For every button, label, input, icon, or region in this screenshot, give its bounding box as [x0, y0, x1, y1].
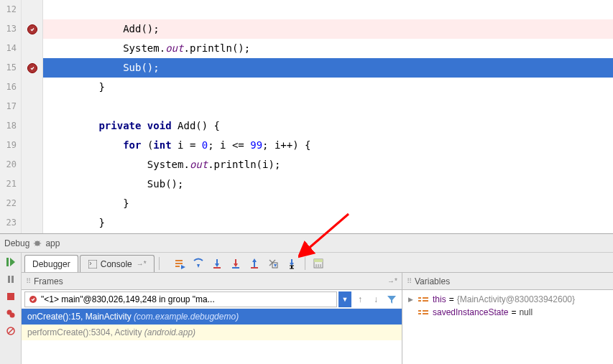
frame-up-button[interactable]: ↑: [353, 291, 367, 307]
svg-rect-9: [11, 276, 14, 283]
breakpoint-slot[interactable]: [22, 39, 42, 58]
code-line[interactable]: Add();: [43, 19, 613, 39]
force-step-into-button[interactable]: [227, 256, 244, 271]
code-line[interactable]: for (int i = 0; i <= 99; i++) {: [43, 136, 613, 155]
svg-rect-51: [423, 313, 428, 314]
svg-rect-44: [418, 297, 421, 299]
pause-button[interactable]: [3, 271, 19, 287]
thread-selector-row: "<1> main"@830,026,149,248 in group "ma.…: [22, 290, 402, 309]
code-line[interactable]: }: [43, 194, 613, 213]
line-number: 19: [0, 136, 17, 155]
line-number: 13: [0, 19, 17, 39]
debug-label: Debug: [4, 238, 29, 248]
code-line[interactable]: }: [43, 213, 613, 233]
line-number: 20: [0, 155, 17, 174]
console-icon: [88, 259, 98, 269]
breakpoint-slot[interactable]: [22, 155, 42, 174]
svg-point-12: [9, 313, 14, 318]
pin-icon[interactable]: →*: [387, 277, 397, 285]
thread-icon: [28, 294, 38, 304]
variable-icon: [418, 308, 430, 317]
svg-line-14: [8, 328, 14, 334]
variable-row[interactable]: savedInstanceState = null: [405, 306, 610, 319]
pin-icon: →*: [137, 260, 147, 268]
code-line[interactable]: [43, 0, 613, 19]
svg-marker-19: [181, 265, 185, 269]
breakpoint-icon[interactable]: [27, 24, 37, 34]
line-number: 15: [0, 58, 17, 78]
mute-breakpoints-button[interactable]: [3, 323, 19, 339]
line-number: 17: [0, 97, 17, 116]
tab-debugger[interactable]: Debugger: [24, 255, 78, 272]
stack-frame[interactable]: onCreate():15, MainActivity (com.example…: [22, 309, 402, 325]
breakpoint-gutter[interactable]: [22, 0, 43, 233]
view-breakpoints-button[interactable]: [3, 306, 19, 322]
svg-rect-15: [88, 260, 97, 269]
code-line[interactable]: System.out.println(i);: [43, 155, 613, 174]
breakpoint-slot[interactable]: [22, 78, 42, 97]
resume-button[interactable]: [3, 254, 19, 270]
variables-list[interactable]: ▶this = {MainActivity@830033942600}saved…: [402, 290, 613, 364]
breakpoint-slot[interactable]: [22, 97, 42, 116]
step-out-button[interactable]: [246, 256, 263, 271]
breakpoint-slot[interactable]: [22, 136, 42, 155]
variable-icon: [418, 295, 430, 304]
code-line[interactable]: Sub();: [43, 58, 613, 78]
svg-rect-50: [423, 310, 428, 312]
svg-marker-28: [252, 258, 257, 262]
stack-frame[interactable]: performCreate():5304, Activity (android.…: [22, 325, 402, 340]
tab-console[interactable]: Console →*: [80, 255, 155, 272]
debug-panel: Debug app Debugger Console →*: [0, 233, 613, 364]
code-area[interactable]: Add(); System.out.println(); Sub(); } pr…: [43, 0, 613, 233]
breakpoint-slot[interactable]: [22, 213, 42, 233]
line-number: 14: [0, 39, 17, 58]
breakpoint-slot[interactable]: [22, 58, 42, 78]
line-number: 21: [0, 174, 17, 194]
show-execution-point-button[interactable]: [171, 256, 188, 271]
drop-frame-button[interactable]: [264, 256, 282, 271]
expand-icon[interactable]: ▶: [408, 296, 415, 303]
grip-icon[interactable]: ⠿: [26, 277, 29, 285]
variables-pane: ⠿ Variables ▶this = {MainActivity@830033…: [402, 273, 613, 364]
svg-marker-33: [290, 263, 294, 266]
filter-button[interactable]: [384, 291, 399, 307]
svg-rect-48: [418, 310, 421, 312]
svg-rect-17: [175, 263, 183, 264]
debug-tabs-row: Debugger Console →*: [22, 253, 613, 273]
breakpoint-icon[interactable]: [27, 63, 37, 73]
svg-rect-8: [8, 276, 10, 283]
stop-button[interactable]: [3, 289, 19, 304]
breakpoint-slot[interactable]: [22, 19, 42, 39]
thread-dropdown[interactable]: "<1> main"@830,026,149,248 in group "ma.…: [24, 291, 337, 307]
code-line[interactable]: System.out.println();: [43, 39, 613, 58]
variable-row[interactable]: ▶this = {MainActivity@830033942600}: [405, 293, 610, 306]
step-into-button[interactable]: [208, 256, 226, 271]
line-number-gutter: 121314151617181920212223: [0, 0, 22, 233]
debug-side-toolbar: [0, 253, 22, 364]
breakpoint-slot[interactable]: [22, 194, 42, 213]
frame-down-button[interactable]: ↓: [369, 291, 383, 307]
code-editor[interactable]: 121314151617181920212223 Add(); System.o…: [0, 0, 613, 233]
code-line[interactable]: private void Add() {: [43, 116, 613, 136]
thread-dropdown-button[interactable]: ▼: [338, 291, 351, 307]
breakpoint-slot[interactable]: [22, 0, 42, 19]
svg-rect-46: [423, 297, 428, 299]
svg-marker-7: [10, 258, 15, 266]
breakpoint-slot[interactable]: [22, 174, 42, 194]
svg-rect-6: [6, 258, 9, 266]
code-line[interactable]: }: [43, 78, 613, 97]
frames-list[interactable]: onCreate():15, MainActivity (com.example…: [22, 309, 402, 364]
step-over-button[interactable]: [190, 256, 207, 271]
svg-rect-49: [418, 313, 421, 314]
breakpoint-slot[interactable]: [22, 116, 42, 136]
run-to-cursor-button[interactable]: [283, 256, 300, 271]
code-line[interactable]: Sub();: [43, 174, 613, 194]
svg-marker-43: [387, 296, 396, 304]
line-number: 18: [0, 116, 17, 136]
evaluate-expression-button[interactable]: [310, 256, 327, 271]
frames-header: ⠿ Frames →*: [22, 273, 402, 290]
svg-rect-38: [314, 259, 323, 262]
code-line[interactable]: [43, 97, 613, 116]
debug-header: Debug app: [0, 234, 613, 253]
grip-icon[interactable]: ⠿: [407, 277, 410, 285]
